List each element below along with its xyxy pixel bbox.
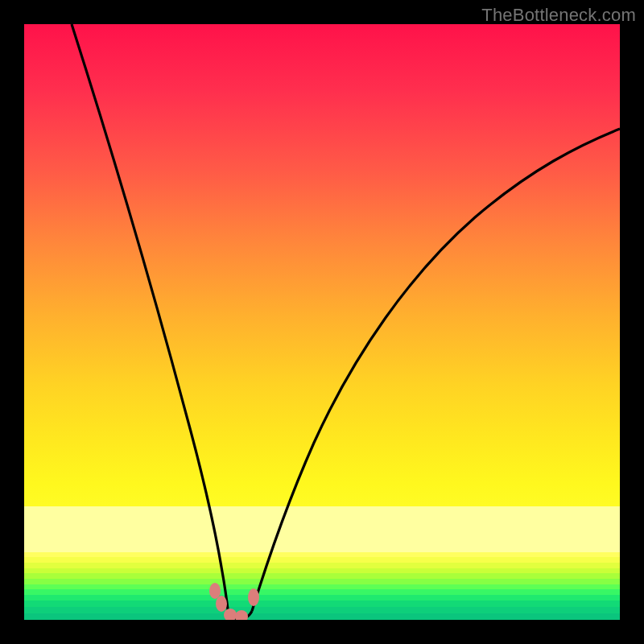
outer-frame: TheBottleneck.com [0,0,644,644]
watermark-text: TheBottleneck.com [481,5,636,26]
marker-4 [235,610,248,620]
bottleneck-curve [24,24,620,620]
marker-3 [224,609,237,620]
valley-markers [209,583,259,620]
marker-5 [248,588,259,606]
plot-area [24,24,620,620]
curve-left-branch [72,24,229,616]
curve-right-branch [252,129,620,611]
marker-1 [209,583,221,599]
marker-2 [216,596,227,612]
